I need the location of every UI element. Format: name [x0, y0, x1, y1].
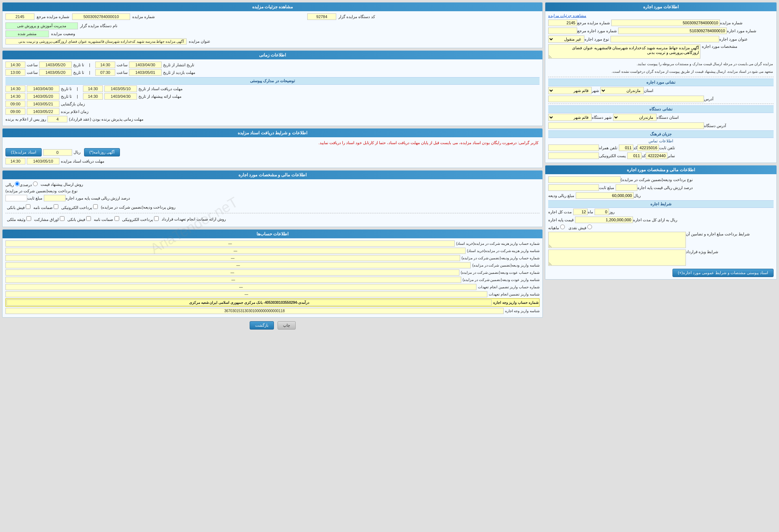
rent-ref-input[interactable] — [548, 28, 577, 34]
r-deposit-type-label: نوع برداخت ودیعه(تضمین شرکت در مزایده) — [5, 189, 78, 193]
auction-ref-input[interactable] — [548, 20, 577, 26]
winner-days-suffix: روز پس از اعلام به برنده — [5, 117, 46, 122]
auction-details-link[interactable]: مشاهده جزئیات مزایده — [548, 13, 586, 18]
duration-days-input[interactable] — [595, 209, 609, 215]
deposit-type-input[interactable] — [548, 176, 621, 183]
r-rial-radio[interactable] — [15, 181, 20, 186]
base-price-input[interactable] — [575, 217, 633, 223]
r-property-method-check[interactable] — [26, 216, 31, 221]
special-conditions-textarea[interactable] — [548, 250, 686, 266]
free-btn[interactable]: آگهی روزنامه(*) — [84, 148, 120, 156]
account8-value: — — [5, 291, 487, 297]
right-auction-title: مشاهده جزئیات مزایده — [3, 3, 542, 11]
fax-code-input[interactable] — [627, 152, 642, 159]
installment-radio[interactable] — [560, 225, 565, 229]
info-text2: متعهد می شود در اسناد مزایده، ارسال پیشن… — [548, 68, 774, 75]
r-send-method-label: روش ارسال پیشنهاد قیمت — [41, 182, 83, 187]
r-cash-method-check[interactable] — [26, 204, 30, 209]
account2-value: — — [5, 248, 466, 254]
r-auction-num-label: شماره مزایده — [132, 14, 155, 19]
fax-value-input[interactable] — [646, 152, 667, 159]
fine-input[interactable] — [576, 192, 634, 199]
r-check-method-label: ضمانت نامه — [33, 204, 58, 210]
offer-time-from: 14:30 — [83, 93, 103, 100]
r-percent-radio[interactable] — [33, 181, 38, 186]
winner-date: 1403/05/22 — [27, 108, 59, 115]
deposit-amount-value: 0 — [43, 149, 72, 156]
account9-value: درآمدی-4053030103550294- بانک مرکزی جمهو… — [7, 299, 492, 306]
accounts-section-title: اطلاعات حساب‌ها — [3, 230, 542, 238]
rent-type-select[interactable]: غیر منقول — [548, 35, 584, 43]
docs-warning: کاربر گرامی: درصورت رایگان بودن اسناد مز… — [5, 139, 540, 146]
email-input[interactable] — [548, 152, 599, 159]
phone-code-input[interactable] — [619, 144, 633, 151]
percent-label: درصد ارزش ریالی قیمت پایه اجاره — [637, 185, 693, 190]
r-check-method-check[interactable] — [54, 204, 58, 209]
phone-value-input[interactable] — [637, 144, 659, 151]
back-btn[interactable]: بازگشت — [250, 321, 274, 330]
financial-section-title: اطلاعات مالی و مشخصات مورد اجاره — [545, 166, 776, 174]
account4-value: — — [5, 262, 471, 268]
winner-days-label: مهلت زمانی پذیرش برنده بودن (عقد قرارداد… — [69, 117, 143, 122]
opening-time: 09:00 — [5, 101, 25, 107]
device-city-select[interactable]: قائم شهر — [548, 114, 592, 121]
doc-deadline-time: 14:30 — [5, 158, 25, 164]
doc-deadline-label: مهلت دریافت اسناد مزایده — [61, 159, 104, 164]
r-contract-cash-label: فیش بانکی — [67, 216, 91, 222]
winner-days: 4 — [47, 116, 67, 122]
province-select[interactable]: مازندران — [600, 87, 644, 94]
conditions-subheader: شرایط اجاره — [548, 200, 774, 208]
bid-time-from-label: ساعت — [117, 70, 128, 75]
title-value: آگهی مزایده جهاط مدرسه شهید کدخداراده شه… — [5, 38, 187, 45]
base-price-suffix: ریال به ازای کل مدت اجاره — [633, 218, 677, 222]
description-textarea[interactable]: آگهی مزایده جهاط مدرسه شهید کدخداراده شه… — [548, 44, 700, 59]
percent-input[interactable] — [616, 184, 637, 191]
device-subheader: نشانی دستگاه — [548, 105, 774, 113]
r-contract-electronic-check[interactable] — [154, 216, 159, 221]
rent-title-input[interactable] — [611, 36, 719, 42]
close-btn[interactable]: چاپ — [278, 321, 296, 330]
attachment-btn[interactable]: اسناد پیوستی مشتصات و شرایط عمومی مورد ا… — [672, 269, 774, 277]
device-address-input[interactable] — [548, 122, 704, 129]
r-contract-check-check[interactable] — [114, 216, 119, 221]
auction-number-input[interactable] — [611, 20, 720, 26]
rent-number-label: شماره مورد اجاره — [727, 29, 756, 33]
r-electronic-method-check[interactable] — [93, 204, 98, 209]
status-label: وضعیت مزایده — [51, 32, 75, 36]
bid-deadline-label: مهلت بازدید از تاریخ — [163, 70, 195, 75]
auction-code-value: 92784 — [307, 13, 336, 20]
cash-radio[interactable] — [587, 225, 592, 229]
rent-title-label: عنوان مورد اجاره — [719, 37, 748, 42]
r-shares-method-check[interactable] — [60, 216, 64, 221]
r-shares-method-label: اوراق مشارکت — [34, 216, 64, 222]
submit-to: 1403/04/30 — [27, 85, 59, 92]
address-input[interactable] — [548, 96, 704, 102]
offer-deadline-from: 1403/04/30 — [104, 93, 137, 100]
r-fixed-input[interactable] — [5, 195, 27, 201]
description-label: مشخصات مورد اجاره — [702, 44, 737, 49]
winner-date-label: زمان اعلام برنده — [61, 109, 88, 114]
device-province-select[interactable]: مازندران — [613, 114, 657, 121]
city-select[interactable]: قائم شهر — [548, 87, 592, 94]
r-contract-cash-check[interactable] — [86, 216, 91, 221]
fax-label: نمابر — [667, 154, 675, 158]
opening-date-label: زمان بازگشایی — [61, 102, 85, 106]
bid-time-to-label: ساعت — [27, 70, 38, 75]
fixed-amount-label: مبلغ ثابت — [599, 185, 614, 190]
mobile-input[interactable] — [548, 144, 599, 151]
rent-ref-label: شماره مورد اجاره مرجع — [577, 29, 617, 33]
duration-months-input[interactable] — [573, 209, 588, 215]
r-percent2-input[interactable] — [44, 195, 66, 201]
rent-number-input[interactable] — [618, 28, 727, 34]
account2-label: شناسه واریز هزینه شرکت در مزایده(خرید اس… — [467, 249, 540, 253]
duration-months-label: ماه — [588, 210, 593, 214]
title-label: عنوان مزایده — [189, 39, 211, 44]
publish-date-label: تاریخ انتشار از تاریخ — [163, 63, 194, 67]
deposit-doc-btn[interactable]: اسناد مزایده(1) — [5, 148, 42, 156]
fixed-amount-input[interactable] — [548, 184, 599, 191]
duration-label: مدت کل اجاره — [548, 210, 572, 214]
account7-value: — — [5, 284, 476, 290]
payment-conditions-textarea[interactable] — [548, 232, 686, 248]
fine-label: مبلغ ریالی ودیعه — [548, 193, 574, 198]
installment-radio-label: ماهیانه — [548, 225, 565, 230]
